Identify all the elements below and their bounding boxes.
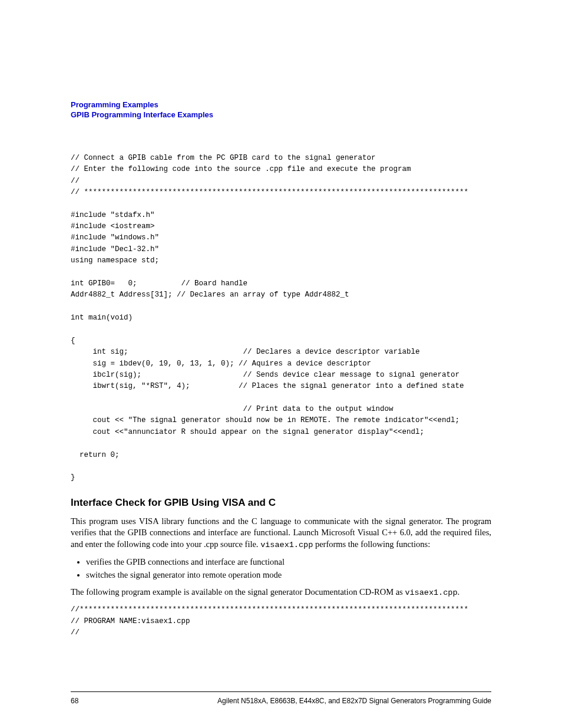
bullet-2: switches the signal generator into remot… <box>86 569 491 581</box>
paragraph-1: This program uses VISA library functions… <box>71 516 491 551</box>
paragraph-2-text-b: . <box>458 587 460 597</box>
section-heading: Interface Check for GPIB Using VISA and … <box>71 497 491 509</box>
footer-guide-title: Agilent N518xA, E8663B, E44x8C, and E82x… <box>217 697 491 705</box>
bullet-1: verifies the GPIB connections and interf… <box>86 556 491 568</box>
paragraph-1-text-b: performs the following functions: <box>313 539 430 549</box>
paragraph-2-filename: visaex1.cpp <box>405 588 457 597</box>
page-content: Programming Examples GPIB Programming In… <box>0 0 562 728</box>
header-line-1: Programming Examples <box>71 100 491 110</box>
paragraph-2-text-a: The following program example is availab… <box>71 587 405 597</box>
bullet-list: verifies the GPIB connections and interf… <box>71 556 491 581</box>
page-footer: 68 Agilent N518xA, E8663B, E44x8C, and E… <box>71 691 491 705</box>
code-block-2: //**************************************… <box>71 604 491 638</box>
header-line-2: GPIB Programming Interface Examples <box>71 110 491 120</box>
page-number: 68 <box>71 697 78 705</box>
paragraph-1-filename: visaex1.cpp <box>260 541 313 549</box>
header-breadcrumb: Programming Examples GPIB Programming In… <box>71 100 491 120</box>
code-block-1: // Connect a GPIB cable from the PC GPIB… <box>71 153 491 484</box>
paragraph-2: The following program example is availab… <box>71 587 491 598</box>
